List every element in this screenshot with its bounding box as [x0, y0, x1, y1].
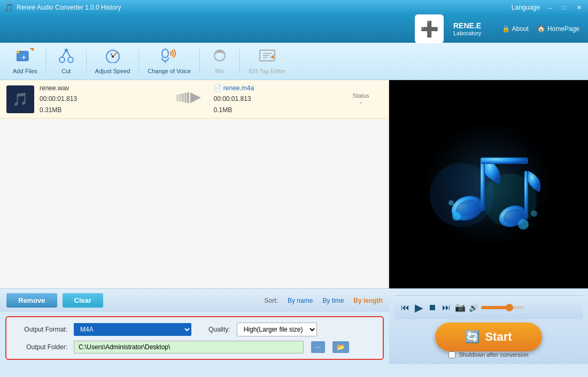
- bottom-controls: Remove Clear Sort: By name By time By le…: [0, 288, 389, 312]
- add-files-icon: +: [17, 48, 34, 67]
- maximize-button[interactable]: □: [560, 3, 568, 12]
- about-label: About: [512, 25, 529, 33]
- logo-box: ➕: [415, 14, 444, 43]
- top-area: ➕ RENE.E Laboratory 🔒 About 🏠 HomePage: [0, 15, 588, 43]
- language-label: Language: [512, 4, 540, 11]
- file-list-area: 🎵 renee.wav 00:00:01.813 0.31MB: [0, 80, 389, 288]
- bottom-split: Remove Clear Sort: By name By time By le…: [0, 288, 588, 364]
- file-status: Status -: [339, 92, 382, 106]
- sep-1: [46, 50, 47, 73]
- sort-by-time[interactable]: By time: [322, 297, 344, 304]
- refresh-icon: 🔄: [465, 330, 479, 344]
- sep-5: [239, 50, 240, 73]
- mix-button[interactable]: Mix: [201, 46, 238, 76]
- add-files-label: Add Files: [13, 68, 37, 74]
- music-note-svg: [419, 125, 558, 243]
- skip-back-button[interactable]: ⏮: [400, 302, 411, 313]
- change-voice-button[interactable]: Change of Voice: [140, 46, 198, 76]
- logo-icon: ➕: [420, 20, 439, 38]
- folder-input[interactable]: [74, 341, 304, 354]
- stop-button[interactable]: ⏹: [427, 302, 438, 313]
- source-info: renee.wav 00:00:01.813 0.31MB: [40, 83, 166, 115]
- folder-label: Output Folder:: [14, 343, 67, 351]
- svg-rect-19: [176, 95, 179, 101]
- about-link[interactable]: 🔒 About: [502, 25, 529, 33]
- volume-icon: 🔊: [469, 303, 478, 312]
- format-select[interactable]: M4A: [74, 323, 191, 336]
- file-thumbnail: 🎵: [6, 85, 34, 113]
- adjust-speed-icon: [104, 48, 121, 67]
- cut-label: Cut: [61, 68, 71, 74]
- change-voice-icon: [160, 48, 179, 67]
- close-button[interactable]: ✕: [575, 3, 584, 12]
- quality-label: Quality:: [208, 326, 230, 333]
- svg-rect-30: [481, 158, 485, 211]
- volume-slider[interactable]: [481, 306, 524, 309]
- output-info: 📄 renee.m4a 00:00:01.813 0.1MB: [214, 83, 340, 115]
- adjust-speed-button[interactable]: Adjust Speed: [88, 46, 137, 76]
- minimize-button[interactable]: –: [546, 3, 554, 12]
- folder-browse-button[interactable]: ···: [311, 341, 325, 353]
- shutdown-checkbox[interactable]: [448, 351, 455, 358]
- change-voice-label: Change of Voice: [148, 68, 191, 74]
- output-duration: 00:00:01.813: [214, 93, 340, 104]
- remove-button[interactable]: Remove: [6, 293, 57, 308]
- cut-icon: [58, 48, 75, 67]
- svg-text:+: +: [22, 54, 26, 61]
- start-label: Start: [485, 330, 512, 344]
- svg-point-35: [452, 212, 461, 221]
- svg-marker-24: [190, 92, 201, 103]
- format-label: Output Format:: [14, 326, 67, 333]
- folder-open-button[interactable]: 📂: [332, 341, 349, 353]
- title-bar-left: 🎵 Renee Audio Converter 1.0.0 History: [4, 3, 121, 12]
- svg-point-4: [59, 57, 65, 62]
- status-value: -: [339, 99, 382, 106]
- id3-tag-label: ID3 Tag Editor: [249, 68, 286, 74]
- sort-label: Sort:: [265, 297, 278, 304]
- start-button[interactable]: 🔄 Start: [435, 323, 542, 351]
- output-size: 0.1MB: [214, 105, 340, 115]
- logo-subtitle: Laboratory: [453, 30, 482, 36]
- convert-arrow: [166, 92, 214, 106]
- output-filename: 📄 renee.m4a: [214, 83, 340, 93]
- svg-rect-34: [481, 158, 528, 164]
- svg-point-38: [531, 210, 537, 217]
- svg-point-5: [68, 57, 73, 62]
- add-files-button[interactable]: + Add Files: [5, 46, 45, 76]
- title-bar-right: Language – □ ✕: [512, 3, 584, 12]
- sep-2: [86, 50, 87, 73]
- svg-rect-23: [187, 92, 189, 103]
- output-settings: Output Format: M4A Quality: High(Larger …: [5, 316, 384, 360]
- player-controls: ⏮ ▶ ⏹ ⏭ 📷 🔊: [394, 295, 583, 319]
- sort-by-name[interactable]: By name: [288, 297, 313, 304]
- mix-label: Mix: [215, 68, 224, 74]
- output-name: renee.m4a: [223, 84, 254, 92]
- title-bar: 🎵 Renee Audio Converter 1.0.0 History La…: [0, 0, 588, 15]
- source-filename: renee.wav: [40, 83, 166, 93]
- source-size: 0.31MB: [40, 105, 166, 115]
- homepage-link[interactable]: 🏠 HomePage: [537, 25, 579, 33]
- skip-forward-button[interactable]: ⏭: [441, 302, 452, 313]
- svg-rect-33: [524, 171, 528, 219]
- svg-rect-22: [184, 93, 187, 103]
- clear-button[interactable]: Clear: [63, 293, 104, 308]
- bottom-right: ⏮ ▶ ⏹ ⏭ 📷 🔊 🔄 Start Shutdown after conve…: [389, 288, 588, 364]
- sep-3: [138, 50, 139, 73]
- cut-button[interactable]: Cut: [48, 46, 85, 76]
- id3-tag-button[interactable]: ID3 Tag Editor: [241, 46, 293, 76]
- camera-icon: 📷: [455, 302, 466, 312]
- svg-marker-3: [29, 48, 34, 51]
- adjust-speed-label: Adjust Speed: [95, 68, 130, 74]
- sep-4: [199, 50, 200, 73]
- svg-rect-21: [182, 93, 184, 102]
- play-button[interactable]: ▶: [414, 300, 424, 315]
- status-label: Status: [339, 92, 382, 99]
- home-icon: 🏠: [537, 25, 545, 33]
- source-duration: 00:00:01.813: [40, 93, 166, 104]
- mix-icon: [211, 48, 228, 67]
- sort-by-length[interactable]: By length: [353, 297, 383, 304]
- lock-icon: 🔒: [502, 25, 510, 33]
- toolbar: + Add Files Cut Adju: [0, 43, 588, 80]
- folder-row: Output Folder: ··· 📂: [14, 341, 375, 354]
- quality-select[interactable]: High(Larger file size): [237, 323, 317, 336]
